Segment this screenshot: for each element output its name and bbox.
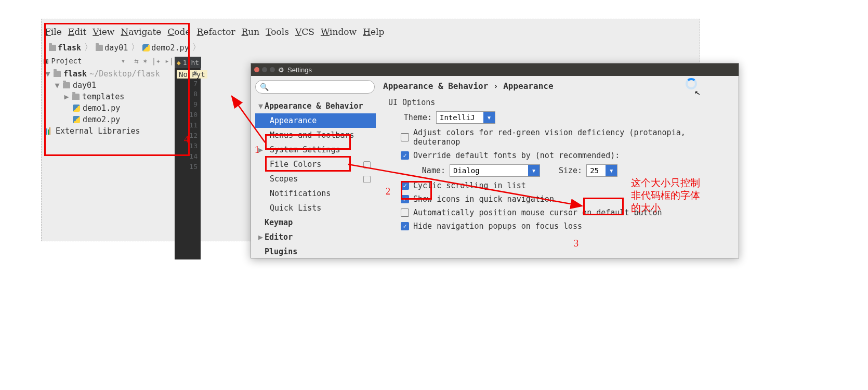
minimize-icon[interactable]: [262, 67, 267, 72]
annotation-4: 4: [184, 134, 189, 145]
menu-run[interactable]: Run: [242, 27, 260, 37]
menu-tools[interactable]: Tools: [266, 27, 289, 37]
color-deficiency-label: Adjust colors for red-green vision defic…: [413, 128, 735, 147]
hidepop-label: Hide navigation popups on focus loss: [413, 222, 582, 231]
settings-cat-plugins[interactable]: Plugins: [255, 244, 376, 259]
close-icon[interactable]: [254, 67, 259, 72]
settings-item-quicklists[interactable]: Quick Lists: [255, 201, 376, 215]
size-label: Size:: [559, 166, 582, 175]
settings-item-appearance[interactable]: Appearance: [255, 113, 376, 128]
name-combo[interactable]: ▾: [450, 164, 540, 177]
settings-cat-editor[interactable]: ▶ Editor: [255, 230, 376, 244]
annotation-box-1a: [265, 134, 351, 150]
chevron-icon: 〉: [192, 42, 201, 53]
dropdown-icon[interactable]: ▾: [606, 165, 617, 176]
cursor-icon: ↖: [693, 86, 701, 98]
hidepop-checkbox[interactable]: ✓: [401, 222, 409, 230]
annotation-box-4: [44, 23, 190, 156]
size-combo[interactable]: ▾: [586, 164, 617, 177]
autopos-checkbox[interactable]: [401, 209, 409, 217]
maximize-icon[interactable]: [270, 67, 275, 72]
hidepop-row: ✓ Hide navigation popups on focus loss: [401, 222, 735, 231]
window-controls[interactable]: [254, 67, 275, 72]
search-icon: 🔍: [260, 83, 269, 91]
annotation-3: 3: [574, 238, 578, 249]
font-name-size-row: Name: ▾ Size: ▾: [414, 164, 735, 177]
theme-label: Theme:: [401, 113, 432, 122]
theme-row: Theme: ▾: [401, 111, 735, 124]
dropdown-icon[interactable]: ▾: [528, 165, 540, 176]
expand-icon[interactable]: ▼: [258, 99, 263, 113]
override-fonts-label: Override default fonts by (not recommend…: [413, 151, 620, 160]
annotation-chinese: 这个大小只控制 非代码框的字体 的大小: [631, 177, 700, 214]
override-fonts-row: ✓ Override default fonts by (not recomme…: [401, 151, 735, 160]
annotation-box-2: [401, 181, 432, 200]
annotation-box-1b: [265, 156, 351, 172]
settings-cat-appearance-behavior[interactable]: ▼ Appearance & Behavior: [255, 99, 376, 113]
settings-item-scopes[interactable]: Scopes: [255, 172, 376, 186]
name-value[interactable]: [450, 165, 528, 176]
settings-title: Settings: [287, 66, 312, 74]
settings-item-notifications[interactable]: Notifications: [255, 186, 376, 201]
name-label: Name:: [414, 166, 445, 175]
ui-options-heading: UI Options: [388, 98, 735, 107]
autopos-label: Automatically position mouse cursor on d…: [413, 208, 662, 217]
gear-icon: ⚙: [278, 66, 284, 74]
settings-cat-keymap[interactable]: Keymap: [255, 215, 376, 230]
settings-tree: ▼ Appearance & Behavior Appearance Menus…: [255, 99, 376, 259]
icons-label: Show icons in quick navigation: [413, 194, 554, 204]
theme-value[interactable]: [437, 112, 483, 123]
annotation-box-size: [583, 198, 624, 215]
expand-icon[interactable]: ▶: [258, 230, 263, 244]
annotation-2: 2: [386, 186, 390, 197]
theme-combo[interactable]: ▾: [436, 111, 495, 124]
settings-search[interactable]: 🔍: [255, 80, 375, 94]
size-value[interactable]: [587, 165, 606, 176]
dropdown-icon[interactable]: ▾: [483, 112, 495, 123]
settings-options: UI Options Theme: ▾ Adjust colors for re…: [383, 98, 735, 235]
annotation-1: 1: [255, 145, 259, 155]
override-fonts-checkbox[interactable]: ✓: [401, 151, 409, 160]
menu-window[interactable]: Window: [321, 27, 357, 37]
color-deficiency-checkbox[interactable]: [401, 133, 409, 141]
menu-refactor[interactable]: Refactor: [197, 27, 235, 37]
menu-vcs[interactable]: VCS: [295, 27, 314, 37]
menu-help[interactable]: Help: [363, 27, 384, 37]
settings-breadcrumb: Appearance & Behavior › Appearance: [383, 81, 554, 91]
settings-titlebar[interactable]: ⚙ Settings: [251, 63, 739, 76]
color-deficiency-row: Adjust colors for red-green vision defic…: [401, 128, 735, 147]
